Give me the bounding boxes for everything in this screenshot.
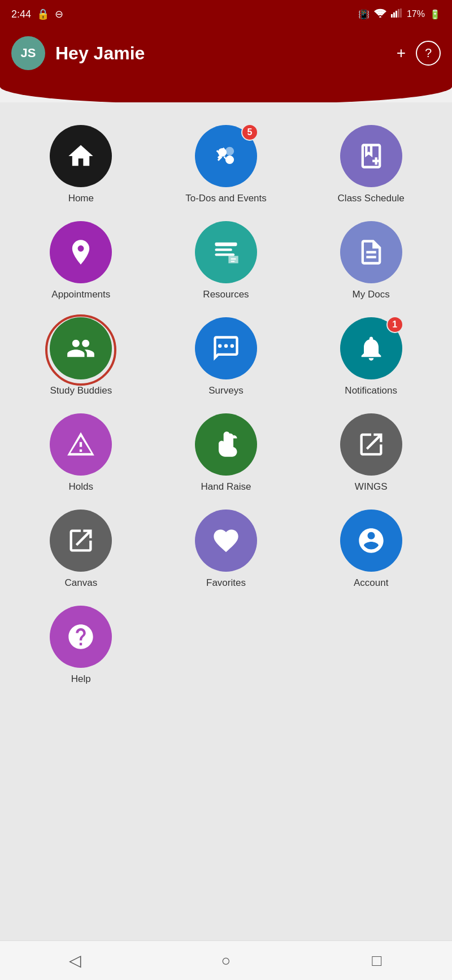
svg-rect-4 [398, 9, 399, 18]
battery-icon: 🔋 [429, 9, 441, 20]
icon-circle-todos: 5 [195, 125, 257, 187]
status-bar: 2:44 🔒 ⊖ 📳 17% 🔋 [0, 0, 452, 28]
add-button[interactable]: + [397, 44, 406, 62]
nav-bar: ◁ ○ □ [0, 940, 452, 980]
svg-point-13 [231, 344, 234, 348]
nav-back-button[interactable]: ◁ [58, 944, 92, 978]
icon-circle-resources [195, 221, 257, 283]
label-favorites: Favorites [206, 577, 246, 589]
grid-item-account[interactable]: Account [301, 504, 441, 594]
svg-point-11 [224, 344, 228, 348]
icon-circle-account [340, 510, 402, 572]
signal-icon [391, 8, 402, 20]
icon-circle-class-schedule [340, 125, 402, 187]
icon-circle-appointments [50, 221, 112, 283]
label-resources: Resources [203, 289, 249, 300]
label-todos: To-Dos and Events [185, 193, 267, 204]
nav-home-button[interactable]: ○ [209, 944, 243, 978]
svg-point-0 [379, 16, 381, 18]
label-home: Home [68, 193, 94, 204]
grid-item-todos[interactable]: 5To-Dos and Events [157, 119, 296, 210]
icon-circle-home [50, 125, 112, 187]
icon-circle-holds [50, 413, 112, 476]
grid-item-hand-raise[interactable]: Hand Raise [157, 408, 296, 498]
nav-recent-button[interactable]: □ [360, 944, 394, 978]
lock-icon: 🔒 [37, 8, 49, 20]
grid-item-help[interactable]: Help [11, 600, 151, 690]
time: 2:44 [11, 8, 31, 20]
help-button[interactable]: ? [416, 41, 441, 66]
svg-point-12 [218, 344, 222, 348]
grid-item-appointments[interactable]: Appointments [11, 215, 151, 306]
grid-item-wings[interactable]: WINGS [301, 408, 441, 498]
label-help: Help [71, 674, 91, 685]
icon-circle-help [50, 606, 112, 668]
badge-todos: 5 [241, 124, 258, 141]
header-curve [0, 87, 452, 103]
label-canvas: Canvas [65, 577, 98, 589]
grid-item-holds[interactable]: Holds [11, 408, 151, 498]
label-surveys: Surveys [208, 385, 243, 396]
grid-item-canvas[interactable]: Canvas [11, 504, 151, 594]
grid-item-resources[interactable]: Resources [157, 215, 296, 306]
label-class-schedule: Class Schedule [338, 193, 405, 204]
icon-circle-my-docs [340, 221, 402, 283]
header-greeting: Hey Jamie [55, 43, 386, 64]
header-actions: + ? [397, 41, 441, 66]
label-holds: Holds [69, 481, 93, 493]
icon-circle-notifications: 1 [340, 317, 402, 379]
icon-circle-favorites [195, 510, 257, 572]
label-account: Account [354, 577, 388, 589]
icon-circle-surveys [195, 317, 257, 379]
grid-item-favorites[interactable]: Favorites [157, 504, 296, 594]
status-right: 📳 17% 🔋 [358, 8, 441, 20]
label-study-buddies: Study Buddies [50, 385, 112, 396]
icon-circle-study-buddies [50, 317, 112, 379]
svg-rect-3 [395, 11, 397, 18]
svg-rect-9 [215, 249, 232, 251]
label-notifications: Notifications [345, 385, 397, 396]
label-appointments: Appointments [51, 289, 110, 300]
grid-item-notifications[interactable]: 1Notifications [301, 312, 441, 402]
badge-notifications: 1 [386, 316, 403, 333]
grid-item-study-buddies[interactable]: Study Buddies [11, 312, 151, 402]
label-wings: WINGS [355, 481, 388, 493]
header: JS Hey Jamie + ? [0, 28, 452, 87]
svg-rect-5 [400, 8, 402, 18]
svg-rect-1 [391, 14, 393, 18]
app-grid: Home5To-Dos and EventsClass ScheduleAppo… [11, 119, 441, 690]
battery-percent: 17% [407, 9, 425, 19]
main-content: Home5To-Dos and EventsClass ScheduleAppo… [0, 102, 452, 964]
svg-rect-8 [215, 243, 237, 247]
grid-item-class-schedule[interactable]: Class Schedule [301, 119, 441, 210]
svg-rect-10 [215, 253, 234, 256]
grid-item-surveys[interactable]: Surveys [157, 312, 296, 402]
vibrate-icon: 📳 [358, 9, 370, 20]
grid-item-my-docs[interactable]: My Docs [301, 215, 441, 306]
status-left: 2:44 🔒 ⊖ [11, 8, 63, 20]
icon-circle-hand-raise [195, 413, 257, 476]
label-my-docs: My Docs [353, 289, 390, 300]
icon-circle-wings [340, 413, 402, 476]
avatar: JS [11, 36, 45, 70]
grid-item-home[interactable]: Home [11, 119, 151, 210]
wifi-icon [374, 8, 386, 20]
svg-rect-2 [393, 12, 395, 18]
icon-circle-canvas [50, 510, 112, 572]
label-hand-raise: Hand Raise [201, 481, 251, 493]
dnd-icon: ⊖ [55, 8, 63, 20]
app-grid-container: Home5To-Dos and EventsClass ScheduleAppo… [0, 102, 452, 713]
